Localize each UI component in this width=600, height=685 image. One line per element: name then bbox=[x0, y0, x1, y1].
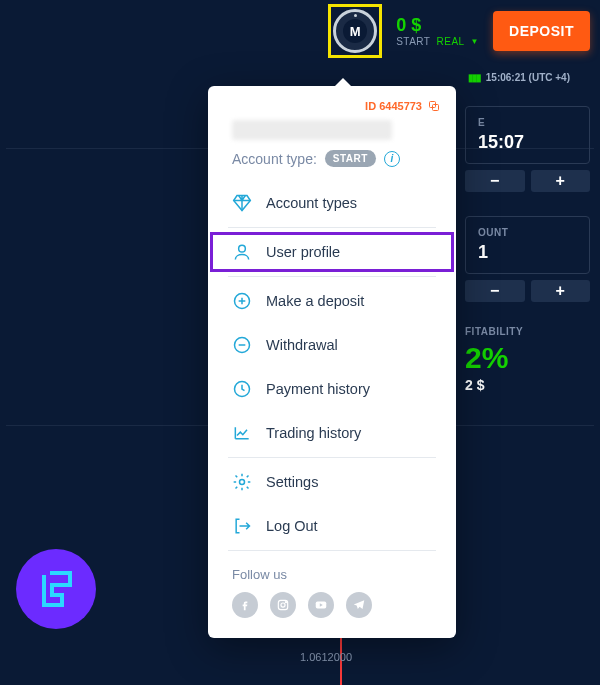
telegram-icon[interactable] bbox=[346, 592, 372, 618]
menu-label: Trading history bbox=[266, 425, 361, 441]
menu-label: Payment history bbox=[266, 381, 370, 397]
facebook-icon[interactable] bbox=[232, 592, 258, 618]
amount-stepper: − + bbox=[465, 280, 590, 302]
amount-plus-button[interactable]: + bbox=[531, 280, 591, 302]
menu-label: Account types bbox=[266, 195, 357, 211]
menu-separator bbox=[228, 276, 436, 277]
amount-value: 1 bbox=[478, 242, 577, 263]
menu-separator bbox=[228, 457, 436, 458]
profitability-amount: 2 $ bbox=[465, 377, 590, 393]
chart-x-value: 1.0612000 bbox=[300, 651, 352, 663]
time-stepper: − + bbox=[465, 170, 590, 192]
logout-icon bbox=[232, 516, 252, 536]
menu-account-types[interactable]: Account types bbox=[208, 181, 456, 225]
menu-separator bbox=[228, 227, 436, 228]
status-start: START bbox=[396, 36, 430, 47]
menu-withdrawal[interactable]: Withdrawal bbox=[208, 323, 456, 367]
account-username bbox=[208, 120, 456, 150]
account-type-label: Account type: bbox=[232, 151, 317, 167]
youtube-icon[interactable] bbox=[308, 592, 334, 618]
menu-log-out[interactable]: Log Out bbox=[208, 504, 456, 548]
menu-trading-history[interactable]: Trading history bbox=[208, 411, 456, 455]
account-id-row: ID 6445773 bbox=[208, 100, 456, 120]
menu-settings[interactable]: Settings bbox=[208, 460, 456, 504]
username-redacted bbox=[232, 120, 392, 140]
amount-box[interactable]: OUNT 1 bbox=[465, 216, 590, 274]
svg-point-8 bbox=[281, 603, 285, 607]
plus-circle-icon bbox=[232, 291, 252, 311]
balance-status-row: START REAL ▼ bbox=[396, 36, 479, 47]
profitability-pct: 2% bbox=[465, 341, 590, 375]
menu-label: Make a deposit bbox=[266, 293, 364, 309]
menu-label: Withdrawal bbox=[266, 337, 338, 353]
time-label: E bbox=[478, 117, 577, 128]
gear-icon bbox=[232, 472, 252, 492]
diamond-icon bbox=[232, 193, 252, 213]
signal-icon: ▮▮▮ bbox=[468, 72, 480, 83]
social-row bbox=[232, 592, 432, 618]
menu-payment-history[interactable]: Payment history bbox=[208, 367, 456, 411]
amount-minus-button[interactable]: − bbox=[465, 280, 525, 302]
avatar-letter: M bbox=[343, 19, 367, 43]
deposit-button[interactable]: DEPOSIT bbox=[493, 11, 590, 51]
brand-logo bbox=[16, 549, 96, 629]
amount-panel: OUNT 1 − + bbox=[465, 216, 590, 316]
follow-us-label: Follow us bbox=[232, 567, 432, 582]
time-plus-button[interactable]: + bbox=[531, 170, 591, 192]
menu-make-deposit[interactable]: Make a deposit bbox=[208, 279, 456, 323]
status-real: REAL bbox=[436, 36, 464, 47]
menu-label: Log Out bbox=[266, 518, 318, 534]
profitability-label: FITABILITY bbox=[465, 326, 590, 337]
chevron-down-icon: ▼ bbox=[471, 37, 479, 46]
server-time: ▮▮▮ 15:06:21 (UTC +4) bbox=[468, 72, 570, 83]
time-minus-button[interactable]: − bbox=[465, 170, 525, 192]
svg-point-6 bbox=[240, 480, 245, 485]
svg-point-2 bbox=[239, 245, 246, 252]
balance-amount: 0 $ bbox=[396, 15, 421, 36]
menu-label: User profile bbox=[266, 244, 340, 260]
avatar-highlight: M bbox=[328, 4, 382, 58]
minus-circle-icon bbox=[232, 335, 252, 355]
clock-icon bbox=[232, 379, 252, 399]
balance-block[interactable]: 0 $ START REAL ▼ bbox=[396, 15, 479, 47]
follow-us-block: Follow us bbox=[208, 553, 456, 618]
menu-separator bbox=[228, 550, 436, 551]
top-bar: M 0 $ START REAL ▼ DEPOSIT bbox=[0, 0, 600, 62]
svg-point-9 bbox=[285, 602, 286, 603]
menu-user-profile[interactable]: User profile bbox=[208, 230, 456, 274]
avatar-button[interactable]: M bbox=[333, 9, 377, 53]
profitability-panel: FITABILITY 2% 2 $ bbox=[465, 326, 590, 393]
account-type-row: Account type: START i bbox=[208, 150, 456, 181]
account-id: ID 6445773 bbox=[365, 100, 422, 112]
time-panel: E 15:07 − + bbox=[465, 106, 590, 206]
amount-label: OUNT bbox=[478, 227, 577, 238]
copy-icon[interactable] bbox=[428, 100, 440, 112]
server-time-text: 15:06:21 (UTC +4) bbox=[486, 72, 570, 83]
account-dropdown: ID 6445773 Account type: START i Account… bbox=[208, 86, 456, 638]
account-type-badge: START bbox=[325, 150, 376, 167]
menu-label: Settings bbox=[266, 474, 318, 490]
info-icon[interactable]: i bbox=[384, 151, 400, 167]
time-box[interactable]: E 15:07 bbox=[465, 106, 590, 164]
chart-icon bbox=[232, 423, 252, 443]
time-value: 15:07 bbox=[478, 132, 577, 153]
instagram-icon[interactable] bbox=[270, 592, 296, 618]
user-icon bbox=[232, 242, 252, 262]
